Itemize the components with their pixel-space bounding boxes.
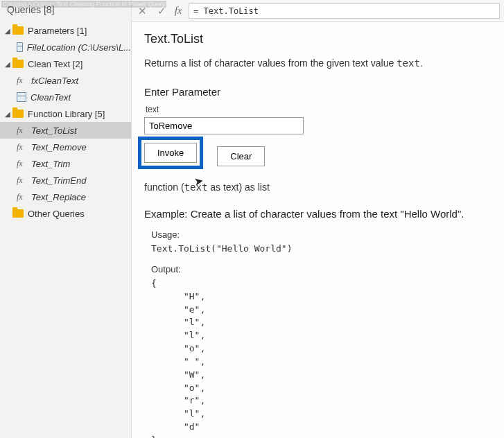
- query-label: CleanText: [31, 92, 71, 103]
- clear-button[interactable]: Clear: [217, 146, 265, 166]
- folder-label: Parameters [1]: [28, 26, 87, 36]
- function-signature: function (text as text) as list: [144, 182, 492, 193]
- main-pane: ✕ ✓ fx Text.ToList Returns a list of cha…: [132, 0, 504, 438]
- example-heading: Example: Create a list of character valu…: [144, 208, 492, 220]
- desc-code: text: [397, 58, 420, 69]
- queries-tree: ◢Parameters [1]FileLocation (C:\Users\L.…: [0, 22, 131, 222]
- table-icon: [17, 92, 26, 102]
- query-label: Text_Remove: [31, 142, 87, 152]
- video-caption: Creating A Custom Text Cleaning Function…: [1, 1, 166, 8]
- folder-label: Function Library [5]: [28, 109, 105, 119]
- desc-text: Returns a list of character values from …: [144, 58, 397, 69]
- query-label: Text_ToList: [31, 125, 77, 136]
- query-item-fxcleantext[interactable]: fxfxCleanText: [0, 72, 131, 89]
- folder-label: Clean Text [2]: [28, 59, 82, 69]
- fx-icon: fx: [17, 142, 26, 152]
- folder-function-library-5-[interactable]: ◢Function Library [5]: [0, 105, 131, 122]
- folder-icon: [12, 26, 24, 35]
- folder-clean-text-2-[interactable]: ◢Clean Text [2]: [0, 55, 131, 72]
- output-label: Output:: [151, 264, 492, 274]
- query-label: Text_Trim: [31, 159, 70, 169]
- folder-parameters-1-[interactable]: ◢Parameters [1]: [0, 22, 131, 39]
- query-item-text-remove[interactable]: fxText_Remove: [0, 139, 131, 155]
- query-item-text-trim[interactable]: fxText_Trim: [0, 155, 131, 172]
- output-code: { "H", "e", "l", "l", "o", " ", "W", "o"…: [151, 277, 492, 438]
- query-item-text-replace[interactable]: fxText_Replace: [0, 189, 131, 205]
- invoke-highlight: Invoke: [138, 137, 203, 169]
- caret-down-icon: ◢: [4, 27, 11, 35]
- query-item-text-trimend[interactable]: fxText_TrimEnd: [0, 172, 131, 189]
- table-icon: [17, 42, 23, 52]
- fx-icon: fx: [17, 159, 26, 169]
- usage-code: Text.ToList("Hello World"): [151, 243, 492, 256]
- formula-input[interactable]: [189, 3, 500, 19]
- sig-prefix: function (: [144, 182, 184, 193]
- query-label: fxCleanText: [31, 76, 78, 86]
- folder-label: Other Queries: [28, 209, 85, 219]
- param-label: text: [146, 105, 492, 114]
- invoke-button[interactable]: Invoke: [144, 143, 197, 163]
- enter-parameter-heading: Enter Parameter: [144, 86, 492, 98]
- folder-icon: [12, 60, 24, 68]
- folder-icon: [12, 209, 24, 218]
- query-item-filelocation-c-users-l-[interactable]: FileLocation (C:\Users\L...: [0, 39, 131, 55]
- usage-label: Usage:: [151, 229, 492, 240]
- fx-icon: fx: [17, 175, 26, 186]
- caret-down-icon: ◢: [4, 110, 11, 118]
- sig-suffix: as text) as list: [207, 182, 269, 193]
- query-label: FileLocation (C:\Users\L...: [27, 42, 131, 53]
- function-description: Returns a list of character values from …: [144, 56, 492, 71]
- formula-bar: ✕ ✓ fx: [132, 0, 504, 22]
- fx-icon: fx: [17, 76, 26, 86]
- folder-other-queries[interactable]: Other Queries: [0, 205, 131, 222]
- fx-icon: fx: [175, 6, 182, 17]
- function-name: Text.ToList: [144, 32, 492, 46]
- fx-icon: fx: [17, 125, 26, 136]
- queries-pane: Queries [8] ◢Parameters [1]FileLocation …: [0, 0, 132, 438]
- query-label: Text_Replace: [31, 192, 86, 202]
- function-doc: Text.ToList Returns a list of character …: [132, 22, 504, 438]
- fx-icon: fx: [17, 192, 26, 202]
- desc-suffix: .: [420, 58, 423, 69]
- query-item-text-tolist[interactable]: fxText_ToList: [0, 122, 131, 139]
- folder-icon: [12, 110, 24, 118]
- query-label: Text_TrimEnd: [31, 175, 86, 186]
- query-item-cleantext[interactable]: CleanText: [0, 89, 131, 105]
- caret-down-icon: ◢: [4, 60, 11, 68]
- param-text-input[interactable]: [144, 117, 304, 134]
- sig-param: text: [184, 182, 208, 193]
